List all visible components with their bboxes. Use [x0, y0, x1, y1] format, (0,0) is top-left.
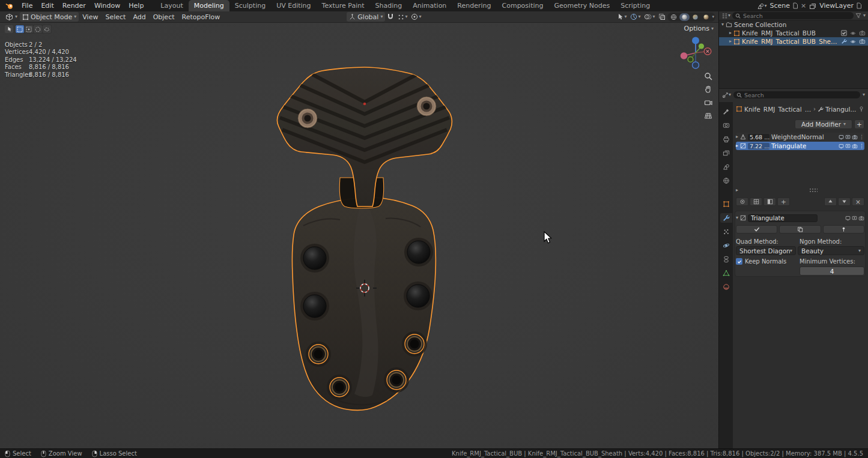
tab-tool[interactable]: [720, 107, 732, 116]
menu-retopoflow[interactable]: RetopoFlow: [178, 11, 224, 23]
menu-window[interactable]: Window: [90, 0, 124, 11]
duplicate-modifier-button[interactable]: [779, 225, 821, 234]
camera-view-icon[interactable]: [704, 98, 712, 107]
tweak-tool-button[interactable]: [5, 25, 13, 33]
outliner-row-object-active[interactable]: ▸ Knife_RMJ_Tactical_BUB_Sheath: [719, 37, 868, 46]
tab-modifiers[interactable]: [720, 213, 732, 223]
modifier-row-triangulate[interactable]: ▸ 7.22 ... Triangulate ⋮: [736, 142, 864, 150]
modifier-name-field[interactable]: Triangulate: [748, 214, 818, 222]
extras-menu-icon[interactable]: ⋮: [859, 134, 864, 140]
shading-wireframe-button[interactable]: [669, 13, 679, 21]
tab-view-layer[interactable]: [720, 148, 732, 158]
triangulate-panel-header[interactable]: ▾ Triangulate: [736, 214, 864, 222]
collapsed-panel-row[interactable]: ▸: [736, 186, 864, 194]
viewlayer-selector[interactable]: ViewLayer: [819, 2, 862, 10]
outliner-search-input[interactable]: [743, 13, 851, 19]
workspace-tab-texture-paint[interactable]: Texture Paint: [317, 0, 370, 11]
workspace-tab-shading[interactable]: Shading: [370, 0, 408, 11]
min-vertices-field[interactable]: 4: [800, 267, 864, 276]
tab-object[interactable]: [720, 199, 732, 209]
chevron-down-icon[interactable]: ▾: [863, 13, 866, 18]
workspace-tab-layout[interactable]: Layout: [155, 0, 188, 11]
menu-edit[interactable]: Edit: [37, 0, 58, 11]
gizmo-y-axis[interactable]: [699, 43, 704, 49]
tab-particles[interactable]: [720, 227, 732, 237]
workspace-tab-animation[interactable]: Animation: [407, 0, 452, 11]
transform-orientation-dropdown[interactable]: Global ▾: [347, 12, 385, 22]
expand-icon[interactable]: ▸: [736, 188, 738, 193]
menu-select[interactable]: Select: [102, 11, 129, 23]
overlays-dropdown[interactable]: ▾: [642, 12, 657, 22]
outliner-search[interactable]: [732, 12, 854, 19]
render-toggle-icon[interactable]: [858, 215, 864, 221]
modifier-name[interactable]: WeightedNormal: [771, 133, 824, 140]
zoom-icon[interactable]: [704, 72, 712, 80]
shading-settings-dropdown[interactable]: ▾: [712, 15, 714, 19]
workspace-tab-sculpting[interactable]: Sculpting: [229, 0, 271, 11]
outliner-editor-type-button[interactable]: ▾: [721, 13, 730, 19]
workspace-tab-compositing[interactable]: Compositing: [497, 0, 549, 11]
selectability-dropdown[interactable]: ▾: [615, 12, 628, 22]
pan-hand-icon[interactable]: [704, 85, 712, 94]
outliner-filter-icon[interactable]: [855, 13, 861, 19]
tab-physics[interactable]: [720, 241, 732, 250]
properties-search[interactable]: [733, 91, 860, 98]
outliner-row-scene-collection[interactable]: ▾ Scene Collection: [719, 20, 868, 29]
ops-toggle-3-button[interactable]: [763, 197, 776, 206]
new-viewlayer-icon[interactable]: [856, 2, 862, 9]
menu-view[interactable]: View: [79, 11, 102, 23]
keep-normals-checkbox[interactable]: [736, 258, 742, 265]
realtime-toggle-icon[interactable]: [845, 134, 851, 140]
perspective-grid-icon[interactable]: [704, 112, 712, 120]
workspace-tab-modeling[interactable]: Modeling: [189, 0, 229, 11]
ops-toggle-1-button[interactable]: [736, 197, 748, 206]
xray-toggle-button[interactable]: [657, 12, 667, 22]
render-toggle-icon[interactable]: [852, 134, 858, 140]
menu-object[interactable]: Object: [150, 11, 178, 23]
gizmo-z-neg-axis[interactable]: [693, 62, 699, 68]
new-scene-icon[interactable]: [792, 2, 798, 9]
properties-editor-type-button[interactable]: ▾: [722, 92, 731, 98]
workspace-tab-rendering[interactable]: Rendering: [452, 0, 496, 11]
shading-solid-button[interactable]: [679, 13, 690, 21]
expand-icon[interactable]: ▸: [729, 39, 732, 44]
outliner-row-object[interactable]: ▸ Knife_RMJ_Tactical_BUB: [719, 29, 868, 37]
add-modifier-extra-button[interactable]: +: [854, 119, 864, 129]
edit-mode-toggle-icon[interactable]: [839, 134, 844, 140]
select-box-mode-button[interactable]: [16, 25, 24, 33]
realtime-toggle-icon[interactable]: [852, 215, 857, 221]
ops-toggle-2-button[interactable]: [750, 197, 762, 206]
add-modifier-button[interactable]: Add Modifier ▾: [795, 119, 852, 129]
snap-toggle-button[interactable]: [385, 12, 396, 22]
ops-move-down-button[interactable]: [838, 197, 851, 206]
menu-file[interactable]: File: [17, 0, 37, 11]
pin-modifier-button[interactable]: [823, 225, 864, 234]
shading-material-button[interactable]: [690, 13, 700, 21]
tab-constraints[interactable]: [720, 255, 732, 264]
hide-eye-icon[interactable]: [849, 31, 857, 36]
modifier-value[interactable]: 7.22 ...: [748, 143, 769, 149]
expand-icon[interactable]: ▸: [736, 134, 738, 139]
tab-world[interactable]: [720, 176, 732, 185]
select-mode-4-button[interactable]: [43, 25, 51, 33]
editor-type-button[interactable]: ▾: [3, 12, 20, 22]
pin-id-icon[interactable]: [858, 106, 864, 112]
options-dropdown[interactable]: Options ▾: [684, 25, 714, 32]
unlink-scene-icon[interactable]: ×: [801, 2, 806, 10]
extras-menu-icon[interactable]: ⋮: [859, 143, 864, 149]
knife-sheath-model[interactable]: [0, 23, 718, 448]
expand-icon[interactable]: ▸: [729, 31, 732, 35]
render-visibility-icon[interactable]: [859, 38, 866, 44]
ops-remove-button[interactable]: ×: [852, 197, 864, 206]
breadcrumb-object[interactable]: Knife_RMJ_Tactical_BUB_...: [744, 106, 812, 113]
gizmo-x-axis[interactable]: [704, 48, 711, 55]
workspace-tab-uv-editing[interactable]: UV Editing: [271, 0, 316, 11]
scene-selector[interactable]: Scene ×: [769, 2, 806, 10]
tab-output[interactable]: [720, 134, 732, 144]
quad-method-dropdown[interactable]: Shortest Diagonal ▾: [736, 246, 796, 255]
workspace-tab-geometry-nodes[interactable]: Geometry Nodes: [548, 0, 615, 11]
gizmo-y-neg-axis[interactable]: [688, 57, 693, 62]
scene-browse-icon[interactable]: ▾: [757, 2, 766, 10]
menu-add[interactable]: Add: [129, 11, 149, 23]
blender-logo-icon[interactable]: [5, 2, 14, 10]
